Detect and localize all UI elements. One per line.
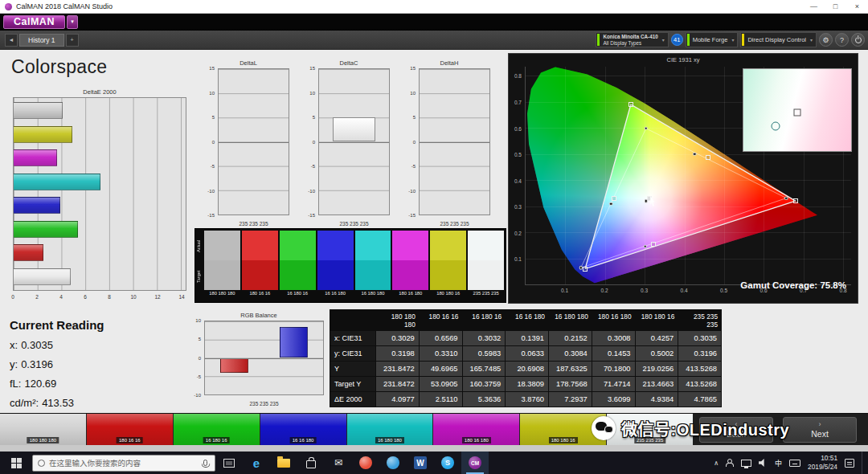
patch-label: 16 180 180	[375, 437, 404, 443]
title-bar: CalMAN 2018 CalMAN Studio — □ ×	[0, 0, 868, 14]
taskbar-app-skype[interactable]: S	[434, 452, 461, 474]
y-axis-tick: -10	[308, 189, 315, 194]
table-cell: 49.6965	[420, 362, 462, 376]
action-center-icon[interactable]	[845, 459, 854, 468]
deltae-plot	[13, 97, 186, 291]
y-axis-tick: 10	[195, 318, 201, 323]
deltac-chart-title: DeltaC	[305, 59, 392, 67]
target-marker	[706, 155, 710, 160]
measured-marker	[643, 245, 647, 249]
cie-chart-title: CIE 1931 xy	[509, 56, 858, 63]
clock[interactable]: 10:51 2019/5/24	[808, 454, 837, 472]
taskbar-app-app-red[interactable]	[352, 452, 379, 474]
settings-button[interactable]: ⚙	[819, 33, 833, 47]
wechat-icon	[592, 416, 616, 440]
table-row-label: x: CIE31	[330, 331, 375, 345]
taskbar-app-edge[interactable]: e	[243, 452, 270, 474]
deltaL-yaxis: 151050-5-10-15	[205, 68, 216, 215]
close-button[interactable]: ×	[846, 0, 868, 13]
taskbar-app-file-explorer[interactable]	[270, 452, 297, 474]
start-button[interactable]	[0, 452, 32, 474]
meter-count-badge[interactable]: 41	[671, 34, 683, 46]
pattern-source-label: Mobile Forge	[693, 36, 728, 43]
actual-swatch	[280, 231, 316, 260]
table-header-cell	[330, 310, 375, 330]
volume-icon[interactable]	[759, 459, 768, 467]
table-cell: 0.2152	[549, 331, 592, 345]
display-icon[interactable]	[741, 460, 751, 467]
table-cell: 3.6099	[592, 392, 635, 407]
deltac-chart: DeltaC 151050-5-10-15 235 235 235	[305, 59, 392, 227]
taskbar-app-calman[interactable]: CM	[461, 452, 489, 474]
edge-icon: e	[253, 456, 260, 470]
clock-date: 2019/5/24	[808, 463, 837, 472]
reading-label: y:	[10, 358, 18, 370]
taskbar-app-word[interactable]: W	[407, 452, 434, 474]
table-cell: 70.1800	[592, 362, 635, 376]
history-tab[interactable]: History 1	[19, 34, 64, 47]
rgb-yaxis: 1050-5-10	[191, 321, 203, 395]
results-table: 180 180 180180 16 1616 180 1616 16 18016…	[330, 309, 722, 407]
table-cell: 18.3809	[506, 377, 548, 391]
table-header-cell: 180 16 180	[592, 310, 635, 330]
maximize-button[interactable]: □	[825, 0, 846, 13]
color-patch: 16 180 180	[347, 414, 433, 445]
current-reading-panel: Current Reading x:0.3035 y:0.3196 fL:120…	[10, 318, 104, 409]
swatch-label: 180 16 16	[242, 290, 278, 302]
deltaH-plot	[419, 68, 490, 215]
table-cell: 0.6569	[420, 331, 462, 345]
history-add-button[interactable]: +	[66, 34, 79, 47]
taskbar-app-mail[interactable]: ✉	[325, 452, 352, 474]
y-axis-tick: 15	[209, 66, 215, 71]
minimize-button[interactable]: —	[803, 0, 825, 13]
target-marker	[612, 196, 616, 201]
help-icon: ?	[840, 36, 844, 44]
swatch-label: 16 16 180	[317, 290, 354, 302]
white-point-inset	[743, 68, 852, 152]
y-axis-tick: 10	[410, 91, 416, 96]
next-button[interactable]: › Next	[783, 417, 857, 443]
calman-app-window: CalMAN 2018 CalMAN Studio — □ × CalMAN ▾…	[0, 0, 868, 474]
pattern-source-selector[interactable]: Mobile Forge ▾	[686, 32, 739, 47]
toolbar-right-group: Konica Minolta CA-410 All Display Types …	[596, 32, 865, 47]
taskbar-app-store[interactable]	[297, 452, 325, 474]
table-cell: 4.7865	[678, 392, 721, 407]
search-box[interactable]	[32, 455, 215, 472]
show-desktop-button[interactable]	[862, 452, 865, 474]
table-cell: 0.4257	[636, 331, 678, 345]
tray-expand-chevron[interactable]: ∧	[714, 460, 719, 467]
color-patch: 16 180 16	[174, 414, 260, 445]
taskbar-app-app-blue[interactable]	[379, 452, 407, 474]
microphone-icon[interactable]	[203, 460, 207, 466]
table-cell: 0.0633	[506, 346, 548, 361]
display-control-selector[interactable]: Direct Display Control ▾	[740, 32, 817, 47]
power-button[interactable]	[851, 33, 865, 47]
history-tab-label: History 1	[28, 36, 55, 44]
meter-selector[interactable]: Konica Minolta CA-410 All Display Types …	[596, 32, 668, 47]
help-button[interactable]: ?	[835, 33, 849, 47]
keyboard-icon[interactable]	[789, 460, 800, 467]
cie-yaxis: 0.80.70.60.50.40.30.20.1	[510, 67, 523, 285]
table-cell: 53.0905	[420, 377, 462, 391]
search-input[interactable]	[49, 459, 199, 468]
y-axis-tick: 5	[413, 115, 416, 120]
y-axis-tick: -15	[308, 213, 315, 218]
swatch-label: 235 235 235	[468, 290, 504, 302]
table-cell: 0.5983	[463, 346, 506, 361]
people-icon[interactable]	[726, 459, 734, 467]
ime-indicator[interactable]: 中	[775, 458, 782, 468]
table-cell: 178.7568	[549, 377, 592, 391]
task-view-button[interactable]	[215, 452, 243, 474]
app-red-icon	[359, 456, 372, 469]
logo-bar: CalMAN ▾	[0, 14, 868, 31]
windows-logo-icon	[11, 458, 22, 468]
swatch-column: 16 16 180	[317, 231, 354, 302]
table-cell: 165.7485	[463, 362, 506, 376]
table-cell: 231.8472	[376, 362, 419, 376]
deltae-bar	[14, 102, 63, 119]
table-cell: 0.3310	[420, 346, 462, 361]
logo-menu-caret[interactable]: ▾	[67, 15, 78, 29]
rgb-bar	[220, 358, 248, 373]
history-prev-button[interactable]: ◄	[5, 34, 18, 47]
calman-logo[interactable]: CalMAN	[3, 15, 65, 29]
